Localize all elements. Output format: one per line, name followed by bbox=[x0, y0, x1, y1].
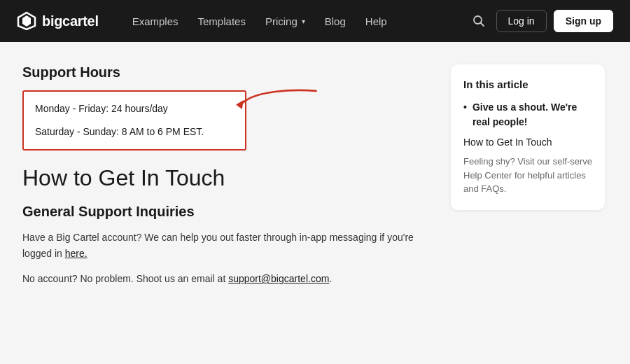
paragraph-2-suffix: . bbox=[329, 273, 332, 284]
sub-heading: General Support Inquiries bbox=[22, 204, 428, 220]
sidebar: In this article • Give us a shout. We're… bbox=[451, 64, 605, 364]
navigation: bigcartel Examples Templates Pricing ▾ B… bbox=[0, 0, 630, 42]
paragraph-2-prefix: No account? No problem. Shoot us an emai… bbox=[22, 273, 228, 284]
sidebar-item-1-text: Give us a shout. We're real people! bbox=[472, 100, 592, 130]
bullet-icon: • bbox=[463, 100, 467, 115]
paragraph-2: No account? No problem. Shoot us an emai… bbox=[22, 271, 428, 286]
search-icon bbox=[472, 15, 485, 27]
sidebar-link-1-text: How to Get In Touch bbox=[463, 136, 552, 148]
signup-button[interactable]: Sign up bbox=[554, 10, 613, 32]
nav-actions: Log in Sign up bbox=[468, 10, 613, 32]
logo-icon bbox=[17, 11, 36, 31]
nav-link-blog[interactable]: Blog bbox=[316, 10, 354, 33]
nav-link-pricing[interactable]: Pricing ▾ bbox=[257, 10, 314, 33]
sidebar-title: In this article bbox=[463, 78, 592, 90]
sidebar-item-1: • Give us a shout. We're real people! bbox=[463, 100, 592, 130]
hours-line-weekend: Saturday - Sunday: 8 AM to 6 PM EST. bbox=[35, 125, 234, 139]
nav-links: Examples Templates Pricing ▾ Blog Help bbox=[124, 10, 468, 33]
nav-link-help[interactable]: Help bbox=[357, 10, 396, 33]
sidebar-plain-text: Feeling shy? Visit our self-serve Help C… bbox=[463, 155, 592, 196]
annotation-arrow bbox=[236, 83, 320, 125]
search-button[interactable] bbox=[468, 10, 489, 31]
main-content: Support Hours Monday - Friday: 24 hours/… bbox=[22, 64, 428, 364]
here-link[interactable]: here. bbox=[65, 248, 88, 259]
login-button[interactable]: Log in bbox=[496, 10, 547, 32]
logo-text: bigcartel bbox=[42, 13, 99, 29]
hours-line-weekday: Monday - Friday: 24 hours/day bbox=[35, 102, 234, 116]
section-title: How to Get In Touch bbox=[22, 164, 428, 191]
svg-line-3 bbox=[480, 23, 484, 27]
svg-marker-1 bbox=[22, 15, 31, 27]
paragraph-1: Have a Big Cartel account? We can help y… bbox=[22, 230, 428, 261]
support-hours-title: Support Hours bbox=[22, 64, 428, 80]
logo[interactable]: bigcartel bbox=[17, 11, 99, 31]
sidebar-card: In this article • Give us a shout. We're… bbox=[451, 64, 605, 210]
pricing-chevron-icon: ▾ bbox=[302, 18, 305, 25]
nav-link-templates[interactable]: Templates bbox=[190, 10, 254, 33]
sidebar-link-1[interactable]: How to Get In Touch bbox=[463, 136, 592, 148]
support-hours-box: Monday - Friday: 24 hours/day Saturday -… bbox=[22, 90, 246, 150]
email-link[interactable]: support@bigcartel.com bbox=[228, 273, 329, 284]
nav-link-examples[interactable]: Examples bbox=[124, 10, 187, 33]
page-body: Support Hours Monday - Friday: 24 hours/… bbox=[0, 42, 630, 364]
